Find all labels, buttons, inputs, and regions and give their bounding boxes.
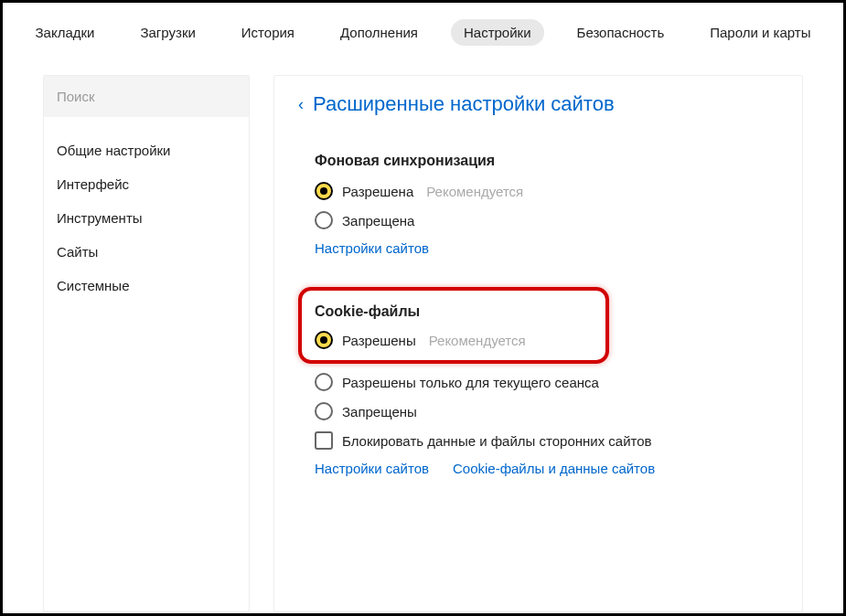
topnav-settings[interactable]: Настройки xyxy=(451,19,544,46)
sidebar-item-sites[interactable]: Сайты xyxy=(44,235,249,269)
cookies-option-block-third[interactable]: Блокировать данные и файлы сторонних сай… xyxy=(315,431,778,450)
section-background-sync: Фоновая синхронизация Разрешена Рекоменд… xyxy=(298,153,778,256)
option-label: Разрешены только для текущего сеанса xyxy=(342,375,599,390)
radio-icon xyxy=(315,211,333,229)
topnav-addons[interactable]: Дополнения xyxy=(327,19,431,46)
topnav-passwords[interactable]: Пароли и карты xyxy=(697,19,823,46)
radio-icon xyxy=(315,331,333,349)
sync-title: Фоновая синхронизация xyxy=(315,153,778,169)
cookies-data-link[interactable]: Cookie-файлы и данные сайтов xyxy=(453,461,655,476)
page-header: ‹ Расширенные настройки сайтов xyxy=(298,92,778,116)
checkbox-icon xyxy=(315,431,333,450)
page-title: Расширенные настройки сайтов xyxy=(313,92,615,116)
top-navigation: Закладки Загрузки История Дополнения Нас… xyxy=(3,3,843,75)
cookies-option-allowed[interactable]: Разрешены Рекомендуется xyxy=(315,331,593,349)
option-hint: Рекомендуется xyxy=(426,184,523,199)
sync-option-denied[interactable]: Запрещена xyxy=(315,211,778,229)
topnav-bookmarks[interactable]: Закладки xyxy=(23,19,108,46)
radio-icon xyxy=(315,402,333,420)
sync-sites-link[interactable]: Настройки сайтов xyxy=(315,240,429,256)
topnav-downloads[interactable]: Загрузки xyxy=(127,19,208,46)
sync-option-allowed[interactable]: Разрешена Рекомендуется xyxy=(315,182,778,200)
sidebar-item-general[interactable]: Общие настройки xyxy=(44,133,249,167)
option-label: Запрещена xyxy=(342,213,414,228)
sidebar: Общие настройки Интерфейс Инструменты Са… xyxy=(43,75,250,612)
cookies-highlight: Cookie-файлы Разрешены Рекомендуется xyxy=(298,287,609,364)
search-wrap xyxy=(44,76,249,117)
radio-icon xyxy=(315,373,333,391)
cookies-option-session[interactable]: Разрешены только для текущего сеанса xyxy=(315,373,778,391)
back-chevron-icon[interactable]: ‹ xyxy=(298,96,304,112)
option-hint: Рекомендуется xyxy=(429,333,526,348)
sidebar-item-interface[interactable]: Интерфейс xyxy=(44,167,249,201)
search-input[interactable] xyxy=(44,76,249,117)
option-label: Блокировать данные и файлы сторонних сай… xyxy=(342,433,652,449)
cookies-title: Cookie-файлы xyxy=(315,303,593,320)
option-label: Запрещены xyxy=(342,404,417,420)
main-panel: ‹ Расширенные настройки сайтов Фоновая с… xyxy=(273,75,803,612)
topnav-security[interactable]: Безопасность xyxy=(564,19,678,46)
cookies-option-denied[interactable]: Запрещены xyxy=(315,402,778,420)
option-label: Разрешены xyxy=(342,333,416,348)
cookies-sites-link[interactable]: Настройки сайтов xyxy=(315,461,429,476)
section-cookies-rest: Разрешены только для текущего сеанса Зап… xyxy=(298,373,778,476)
radio-icon xyxy=(315,182,333,200)
option-label: Разрешена xyxy=(342,184,413,199)
sidebar-item-system[interactable]: Системные xyxy=(44,269,249,303)
topnav-history[interactable]: История xyxy=(229,19,307,46)
sidebar-item-tools[interactable]: Инструменты xyxy=(44,201,249,235)
